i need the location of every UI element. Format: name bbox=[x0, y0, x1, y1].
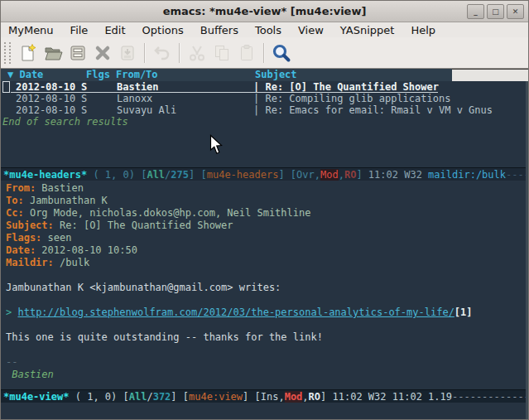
field-label: To: bbox=[6, 195, 24, 206]
search-icon[interactable] bbox=[269, 41, 294, 65]
modeline-pos: ] bbox=[356, 169, 368, 181]
new-file-icon[interactable] bbox=[16, 41, 41, 65]
paste-icon bbox=[234, 41, 259, 65]
message-field-cc: Cc: Org Mode, nicholas.dokos@hp.com, Nei… bbox=[6, 207, 528, 220]
column-date[interactable]: ▼ Date bbox=[7, 69, 43, 81]
field-value: Bastien bbox=[36, 182, 84, 194]
row-flags: S bbox=[81, 81, 87, 93]
open-icon[interactable] bbox=[41, 41, 65, 65]
cut-icon bbox=[185, 41, 209, 65]
field-value: Org Mode, nicholas.dokos@hp.com, Neil Sm… bbox=[24, 207, 311, 219]
modeline-dash: -------------------- bbox=[452, 391, 528, 403]
mu4e-view-window: From: BastienTo: Jambunathan KCc: Org Mo… bbox=[1, 181, 528, 389]
save-as-icon bbox=[115, 41, 140, 65]
row-date: 2012-08-10 bbox=[16, 104, 75, 116]
message-field-date: Date: 2012-08-10 10:50 bbox=[6, 244, 528, 257]
column-subject[interactable]: Subject bbox=[255, 69, 297, 81]
modeline-pos: Ovr, bbox=[296, 169, 320, 181]
body-line: -- bbox=[6, 356, 528, 369]
header-row[interactable]: 2012-08-10SBastien| Re: [O] The Quantifi… bbox=[1, 81, 528, 93]
field-label: Cc: bbox=[6, 207, 24, 219]
modeline-ro: RO bbox=[344, 169, 356, 181]
window-title: emacs: *mu4e-view* [mu4e:view] bbox=[163, 5, 367, 17]
field-label: Flags: bbox=[6, 232, 41, 244]
toolbar-drag-handle-icon[interactable] bbox=[4, 42, 11, 64]
row-subject: | Re: Emacs for email: Rmail v VM v Gnus bbox=[253, 104, 493, 116]
close-button[interactable]: ✕ bbox=[507, 4, 524, 19]
menu-options[interactable]: Options bbox=[142, 24, 184, 36]
copy-icon bbox=[209, 41, 234, 65]
modeline-mod: Mod bbox=[320, 169, 339, 181]
row-from: Lanoxx bbox=[117, 93, 152, 104]
window-right-edge bbox=[526, 81, 528, 419]
menu-help[interactable]: Help bbox=[411, 24, 435, 36]
modeline-pos: / bbox=[147, 391, 152, 403]
row-flags: S bbox=[81, 104, 87, 116]
field-value: seen bbox=[41, 232, 71, 244]
modeline-pos: ] bbox=[320, 391, 332, 403]
header-row[interactable]: 2012-08-10SLanoxx| Re: Compiling glib ap… bbox=[1, 93, 528, 104]
mu4e-headers-window: ▼ Date Flgs From/To Subject 2012-08-10SB… bbox=[1, 69, 528, 167]
text-cursor bbox=[2, 81, 10, 93]
message-body: Jambunathan K <kjambunathan@gmail.com> w… bbox=[6, 269, 528, 381]
modeline-pos: ] [ bbox=[278, 169, 296, 181]
modeline-pos: , bbox=[339, 169, 344, 181]
menu-mymenu[interactable]: MyMenu bbox=[8, 24, 54, 36]
row-date: 2012-08-10 bbox=[16, 81, 75, 93]
modeline-major: mu4e:view bbox=[189, 391, 243, 403]
row-flags: S bbox=[81, 93, 87, 104]
modeline-major: mu4e-headers bbox=[207, 169, 279, 181]
toolbar-separator bbox=[144, 43, 146, 63]
modeline-num: 275 bbox=[171, 169, 189, 181]
title-bar[interactable]: emacs: *mu4e-view* [mu4e:view] _□✕ bbox=[1, 1, 528, 22]
modeline-pos: ( 1, 0) bbox=[87, 169, 141, 181]
menu-edit[interactable]: Edit bbox=[104, 24, 125, 36]
body-line: > http://blog.stephenwolfram.com/2012/03… bbox=[6, 307, 528, 319]
field-label: Subject: bbox=[6, 220, 54, 231]
body-line bbox=[6, 294, 528, 307]
field-label: Date: bbox=[6, 244, 36, 256]
field-value: Re: [O] The Quantified Shower bbox=[54, 220, 233, 231]
minimize-button[interactable]: _ bbox=[467, 4, 484, 19]
modeline-time: 11:02 W32 11:02 1.19 bbox=[333, 391, 453, 403]
modeline-link[interactable]: maildir:/bulk bbox=[428, 169, 506, 181]
modeline-pos: , bbox=[302, 391, 308, 403]
message-field-maildir: Maildir: /bulk bbox=[6, 257, 528, 269]
column-from[interactable]: From/To bbox=[116, 69, 158, 81]
emacs-window: emacs: *mu4e-view* [mu4e:view] _□✕ MyMen… bbox=[0, 0, 529, 420]
modeline-pos: [ bbox=[123, 391, 129, 403]
modeline-name: *mu4e-view* bbox=[3, 391, 69, 403]
message-field-from: From: Bastien bbox=[6, 182, 528, 195]
message-fields: From: BastienTo: Jambunathan KCc: Org Mo… bbox=[6, 182, 528, 269]
modeline-time: 11:02 W32 bbox=[368, 169, 428, 181]
save-icon[interactable] bbox=[65, 41, 90, 65]
row-from: Bastien bbox=[117, 81, 159, 93]
headers-column-header[interactable]: ▼ Date Flgs From/To Subject bbox=[1, 69, 528, 81]
row-from: Suvayu Ali bbox=[117, 104, 176, 116]
body-line: Bastien bbox=[6, 369, 528, 381]
column-flags[interactable]: Flgs bbox=[86, 69, 110, 81]
body-link[interactable]: http://blog.stephenwolfram.com/2012/03/t… bbox=[17, 307, 454, 318]
menu-yasnippet[interactable]: YASnippet bbox=[340, 24, 395, 36]
header-row[interactable]: 2012-08-10SSuvayu Ali| Re: Emacs for ema… bbox=[1, 104, 528, 116]
modeline-num: 372 bbox=[153, 391, 171, 403]
menu-view[interactable]: View bbox=[298, 24, 324, 36]
row-subject: | Re: Compiling glib applications bbox=[253, 93, 450, 104]
message-field-subject: Subject: Re: [O] The Quantified Shower bbox=[6, 220, 528, 232]
maximize-button[interactable]: □ bbox=[487, 4, 504, 19]
toolbar-separator bbox=[263, 43, 265, 63]
modeline-pos: ] [ bbox=[171, 391, 189, 403]
modeline-all: All bbox=[147, 169, 165, 181]
menu-buffers[interactable]: Buffers bbox=[200, 24, 238, 36]
undo-icon bbox=[150, 41, 175, 65]
delete-icon[interactable] bbox=[90, 41, 115, 65]
body-line bbox=[6, 269, 528, 282]
signature: Bastien bbox=[6, 369, 54, 380]
modeline-ro: RO bbox=[309, 391, 320, 403]
row-date: 2012-08-10 bbox=[16, 93, 75, 104]
menu-tools[interactable]: Tools bbox=[255, 24, 281, 36]
quote-marker: > bbox=[6, 307, 17, 318]
body-line: This one is quite outstanding -- thanks … bbox=[6, 331, 528, 344]
row-subject: | Re: [O] The Quantified Shower bbox=[253, 81, 439, 93]
menu-file[interactable]: File bbox=[70, 24, 89, 36]
